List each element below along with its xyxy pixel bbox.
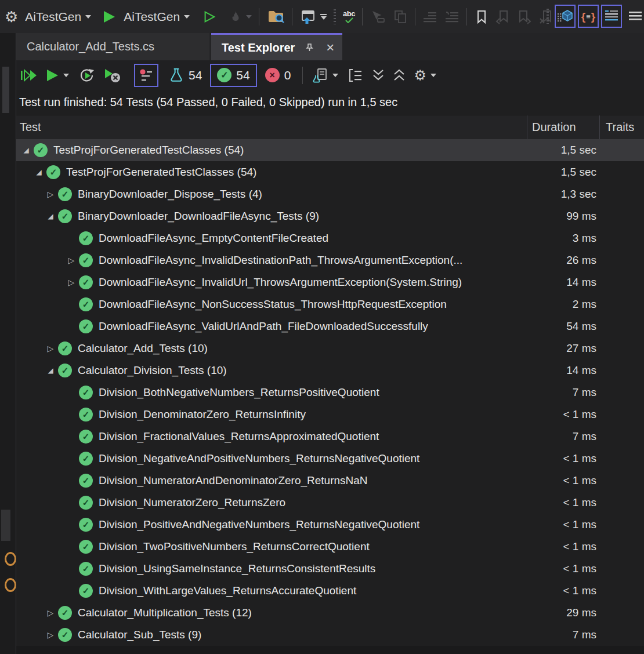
expand-arrow-icon[interactable]: ▷: [65, 256, 78, 265]
passed-count: 54: [236, 68, 249, 82]
test-tree-row[interactable]: ✓Division_BothNegativeNumbers_ReturnsPos…: [16, 382, 644, 404]
toggle-bookmark-button[interactable]: [475, 9, 488, 24]
find-in-files-button[interactable]: [267, 9, 285, 24]
test-tree-row[interactable]: ▷✓BinaryDownloader_Dispose_Tests (4)1,3 …: [16, 183, 644, 205]
collapse-all-button[interactable]: [393, 68, 406, 82]
menu-button[interactable]: [629, 10, 642, 23]
expand-arrow-icon[interactable]: ▷: [44, 630, 57, 640]
pin-tab-button[interactable]: [303, 41, 316, 54]
test-tree-row[interactable]: ◢✓TestProjForGeneratedTestClasses (54)1,…: [16, 139, 644, 161]
expand-arrow-icon[interactable]: ▷: [44, 190, 57, 199]
braces-view-toggle[interactable]: { ≡ }: [578, 5, 599, 28]
brace-open-icon: {: [581, 11, 585, 22]
test-tree-row[interactable]: ✓Division_UsingSameInstance_ReturnsConsi…: [16, 558, 644, 580]
chevron-down-icon[interactable]: [430, 74, 436, 77]
test-duration: 7 ms: [529, 430, 598, 443]
test-tree-row[interactable]: ✓Division_NegativeAndPositiveNumbers_Ret…: [16, 448, 644, 470]
line-numbers-toggle[interactable]: [601, 5, 622, 28]
increase-indent-button[interactable]: [444, 10, 460, 24]
left-scrollbar[interactable]: [2, 67, 9, 113]
column-header-test[interactable]: Test: [16, 121, 527, 134]
test-duration: 7 ms: [529, 386, 598, 399]
chevron-down-icon[interactable]: [63, 74, 69, 77]
decrease-indent-button[interactable]: [422, 10, 437, 24]
cancel-run-button[interactable]: [103, 67, 121, 83]
run-all-tests-button[interactable]: [20, 68, 38, 83]
test-tree-row[interactable]: ✓Division_NumeratorZero_ReturnsZero< 1 m…: [16, 492, 644, 514]
test-tree-row[interactable]: ✓Division_WithLargeValues_ReturnsAccurat…: [16, 580, 644, 602]
expand-arrow-icon[interactable]: ▷: [44, 608, 57, 617]
next-bookmark-button[interactable]: [517, 9, 532, 24]
test-tree-row[interactable]: ◢✓TestProjForGeneratedTestClasses (54)1,…: [16, 161, 644, 183]
tab-test-explorer[interactable]: Test Explorer ×: [211, 33, 342, 60]
test-tree-row[interactable]: ✓Division_PositiveAndNegativeNumbers_Ret…: [16, 514, 644, 536]
collapse-arrow-icon[interactable]: ◢: [44, 366, 57, 375]
toolbar-grip[interactable]: [334, 9, 336, 24]
playlist-button[interactable]: [312, 67, 328, 83]
column-header-duration[interactable]: Duration: [527, 115, 599, 139]
spell-check-button[interactable]: abc: [343, 10, 355, 23]
tab-calculator-add-tests[interactable]: Calculator_Add_Tests.cs: [16, 33, 209, 60]
test-tree-row[interactable]: ▷✓DownloadFileAsync_InvalidDestinationPa…: [16, 249, 644, 271]
project-selector[interactable]: AiTestGen: [25, 10, 81, 24]
previous-bookmark-button[interactable]: [495, 9, 510, 24]
expand-arrow-icon[interactable]: ▷: [65, 278, 78, 287]
expand-arrow-icon[interactable]: ▷: [44, 344, 57, 353]
test-tree-row[interactable]: ✓Division_NumeratorAndDenominatorZero_Re…: [16, 470, 644, 492]
test-name: Division_TwoPositiveNumbers_ReturnsCorre…: [99, 540, 529, 553]
toolbar-overflow-button[interactable]: [320, 14, 327, 20]
test-tree-row[interactable]: ▷✓Calculator_Add_Tests (10)27 ms: [16, 337, 644, 359]
test-tree-row[interactable]: ✓DownloadFileAsync_NonSuccessStatus_Thro…: [16, 293, 644, 315]
toolbar-separator: [259, 8, 259, 26]
chevron-down-icon[interactable]: [332, 74, 338, 77]
column-header-traits[interactable]: Traits: [599, 115, 644, 139]
go-to-selection-button[interactable]: [370, 10, 386, 24]
collapse-arrow-icon[interactable]: ◢: [20, 146, 32, 154]
chevron-down-icon[interactable]: [85, 15, 91, 19]
window-home-icon: [299, 9, 316, 24]
collapse-arrow-icon[interactable]: ◢: [32, 168, 45, 176]
pin-icon: [305, 43, 314, 52]
solution-explorer-button[interactable]: [299, 9, 316, 24]
run-target-selector[interactable]: AiTestGen: [124, 10, 180, 24]
test-tree-row[interactable]: ▷✓Calculator_Sub_Tests (9)7 ms: [16, 624, 644, 646]
test-tree-row[interactable]: ▷✓Calculator_Multiplication_Tests (12)29…: [16, 602, 644, 624]
start-without-debugging-button[interactable]: [202, 10, 216, 24]
total-tests-filter[interactable]: 54: [169, 67, 202, 83]
group-by-button[interactable]: [348, 68, 363, 83]
test-name: Division_NumeratorZero_ReturnsZero: [99, 496, 529, 509]
test-passed-icon: ✓: [79, 408, 93, 422]
test-tree-row[interactable]: ◢✓Calculator_Division_Tests (10)14 ms: [16, 359, 644, 382]
test-tree-row[interactable]: ✓Division_TwoPositiveNumbers_ReturnsCorr…: [16, 536, 644, 558]
test-tree-row[interactable]: ✓DownloadFileAsync_ValidUrlAndPath_FileD…: [16, 315, 644, 337]
test-tree-row[interactable]: ▷✓DownloadFileAsync_InvalidUrl_ThrowsArg…: [16, 271, 644, 293]
close-tab-button[interactable]: ×: [324, 41, 337, 54]
chevron-down-icon[interactable]: [246, 15, 252, 19]
object-browser-toggle[interactable]: [555, 5, 576, 28]
run-button[interactable]: [45, 68, 59, 83]
playlist-flask-icon: [312, 67, 328, 83]
run-button[interactable]: [102, 9, 117, 24]
test-tree-row[interactable]: ✓Division_DenominatorZero_ReturnsInfinit…: [16, 404, 644, 426]
toolbar-grip[interactable]: [547, 9, 549, 24]
gear-icon[interactable]: ⚙: [5, 9, 18, 24]
indent-icon: [444, 10, 460, 24]
test-duration: < 1 ms: [529, 518, 598, 531]
test-tree-row[interactable]: ✓DownloadFileAsync_EmptyContentFileCreat…: [16, 227, 644, 249]
test-tree-row[interactable]: ✓Division_FractionalValues_ReturnsApprox…: [16, 426, 644, 448]
brace-close-icon: }: [591, 11, 595, 22]
chevron-down-icon[interactable]: [184, 15, 190, 19]
passed-tests-filter[interactable]: ✓ 54: [210, 64, 256, 87]
failed-tests-filter[interactable]: × 0: [265, 68, 291, 82]
collapse-arrow-icon[interactable]: ◢: [44, 212, 57, 220]
outdent-icon: [422, 10, 437, 24]
test-passed-icon: ✓: [79, 253, 93, 267]
expand-all-button[interactable]: [372, 68, 385, 82]
settings-button[interactable]: ⚙: [414, 68, 426, 82]
paste-button[interactable]: [393, 9, 408, 24]
filter-outcome-toggle[interactable]: [134, 64, 158, 87]
repeat-last-run-button[interactable]: [78, 67, 96, 84]
test-tree-row[interactable]: ◢✓BinaryDownloader_DownloadFileAsync_Tes…: [16, 205, 644, 227]
test-duration: 1,5 sec: [529, 166, 598, 179]
hot-reload-button[interactable]: [228, 9, 242, 24]
